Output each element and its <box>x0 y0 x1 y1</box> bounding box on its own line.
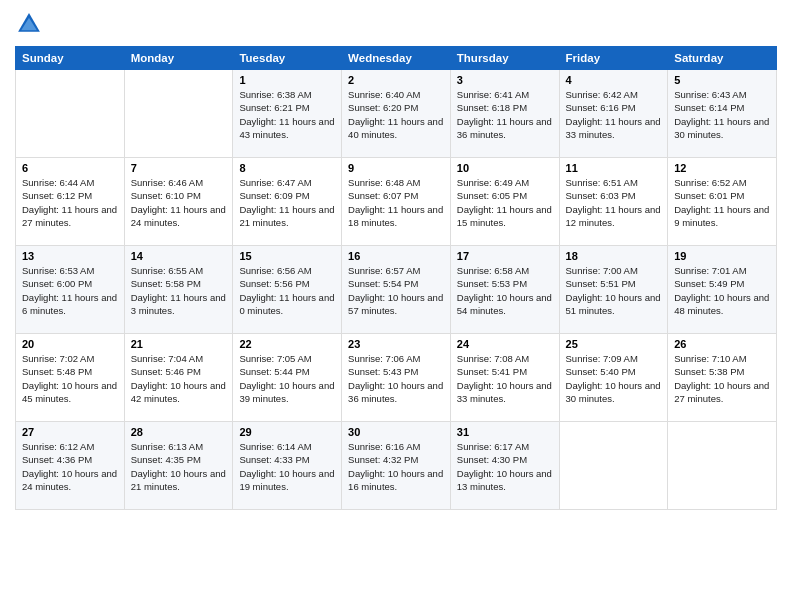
cell-2-2: 7Sunrise: 6:46 AM Sunset: 6:10 PM Daylig… <box>124 158 233 246</box>
week-row-1: 1Sunrise: 6:38 AM Sunset: 6:21 PM Daylig… <box>16 70 777 158</box>
day-info: Sunrise: 6:47 AM Sunset: 6:09 PM Dayligh… <box>239 176 335 229</box>
day-number: 12 <box>674 162 770 174</box>
cell-4-4: 23Sunrise: 7:06 AM Sunset: 5:43 PM Dayli… <box>342 334 451 422</box>
day-info: Sunrise: 6:53 AM Sunset: 6:00 PM Dayligh… <box>22 264 118 317</box>
day-number: 10 <box>457 162 553 174</box>
calendar-table: SundayMondayTuesdayWednesdayThursdayFrid… <box>15 46 777 510</box>
cell-1-7: 5Sunrise: 6:43 AM Sunset: 6:14 PM Daylig… <box>668 70 777 158</box>
cell-5-4: 30Sunrise: 6:16 AM Sunset: 4:32 PM Dayli… <box>342 422 451 510</box>
day-info: Sunrise: 7:08 AM Sunset: 5:41 PM Dayligh… <box>457 352 553 405</box>
day-number: 3 <box>457 74 553 86</box>
day-number: 13 <box>22 250 118 262</box>
day-number: 11 <box>566 162 662 174</box>
day-info: Sunrise: 6:52 AM Sunset: 6:01 PM Dayligh… <box>674 176 770 229</box>
day-number: 23 <box>348 338 444 350</box>
day-number: 20 <box>22 338 118 350</box>
day-number: 27 <box>22 426 118 438</box>
day-info: Sunrise: 6:13 AM Sunset: 4:35 PM Dayligh… <box>131 440 227 493</box>
day-info: Sunrise: 7:05 AM Sunset: 5:44 PM Dayligh… <box>239 352 335 405</box>
week-row-5: 27Sunrise: 6:12 AM Sunset: 4:36 PM Dayli… <box>16 422 777 510</box>
day-info: Sunrise: 6:43 AM Sunset: 6:14 PM Dayligh… <box>674 88 770 141</box>
day-info: Sunrise: 6:55 AM Sunset: 5:58 PM Dayligh… <box>131 264 227 317</box>
cell-5-6 <box>559 422 668 510</box>
day-number: 19 <box>674 250 770 262</box>
day-number: 14 <box>131 250 227 262</box>
col-header-saturday: Saturday <box>668 47 777 70</box>
day-number: 4 <box>566 74 662 86</box>
week-row-3: 13Sunrise: 6:53 AM Sunset: 6:00 PM Dayli… <box>16 246 777 334</box>
day-info: Sunrise: 6:57 AM Sunset: 5:54 PM Dayligh… <box>348 264 444 317</box>
day-info: Sunrise: 6:14 AM Sunset: 4:33 PM Dayligh… <box>239 440 335 493</box>
cell-2-6: 11Sunrise: 6:51 AM Sunset: 6:03 PM Dayli… <box>559 158 668 246</box>
col-header-sunday: Sunday <box>16 47 125 70</box>
day-info: Sunrise: 6:56 AM Sunset: 5:56 PM Dayligh… <box>239 264 335 317</box>
day-info: Sunrise: 6:17 AM Sunset: 4:30 PM Dayligh… <box>457 440 553 493</box>
cell-4-1: 20Sunrise: 7:02 AM Sunset: 5:48 PM Dayli… <box>16 334 125 422</box>
day-number: 18 <box>566 250 662 262</box>
col-header-tuesday: Tuesday <box>233 47 342 70</box>
page: SundayMondayTuesdayWednesdayThursdayFrid… <box>0 0 792 612</box>
cell-1-2 <box>124 70 233 158</box>
col-header-friday: Friday <box>559 47 668 70</box>
col-header-monday: Monday <box>124 47 233 70</box>
cell-3-7: 19Sunrise: 7:01 AM Sunset: 5:49 PM Dayli… <box>668 246 777 334</box>
cell-2-4: 9Sunrise: 6:48 AM Sunset: 6:07 PM Daylig… <box>342 158 451 246</box>
cell-3-4: 16Sunrise: 6:57 AM Sunset: 5:54 PM Dayli… <box>342 246 451 334</box>
day-info: Sunrise: 6:46 AM Sunset: 6:10 PM Dayligh… <box>131 176 227 229</box>
cell-5-3: 29Sunrise: 6:14 AM Sunset: 4:33 PM Dayli… <box>233 422 342 510</box>
day-number: 30 <box>348 426 444 438</box>
day-info: Sunrise: 7:04 AM Sunset: 5:46 PM Dayligh… <box>131 352 227 405</box>
cell-2-7: 12Sunrise: 6:52 AM Sunset: 6:01 PM Dayli… <box>668 158 777 246</box>
day-info: Sunrise: 6:41 AM Sunset: 6:18 PM Dayligh… <box>457 88 553 141</box>
day-info: Sunrise: 7:09 AM Sunset: 5:40 PM Dayligh… <box>566 352 662 405</box>
day-number: 6 <box>22 162 118 174</box>
cell-3-3: 15Sunrise: 6:56 AM Sunset: 5:56 PM Dayli… <box>233 246 342 334</box>
day-info: Sunrise: 7:06 AM Sunset: 5:43 PM Dayligh… <box>348 352 444 405</box>
day-number: 21 <box>131 338 227 350</box>
cell-1-6: 4Sunrise: 6:42 AM Sunset: 6:16 PM Daylig… <box>559 70 668 158</box>
cell-5-1: 27Sunrise: 6:12 AM Sunset: 4:36 PM Dayli… <box>16 422 125 510</box>
day-number: 25 <box>566 338 662 350</box>
day-info: Sunrise: 6:16 AM Sunset: 4:32 PM Dayligh… <box>348 440 444 493</box>
cell-2-3: 8Sunrise: 6:47 AM Sunset: 6:09 PM Daylig… <box>233 158 342 246</box>
week-row-2: 6Sunrise: 6:44 AM Sunset: 6:12 PM Daylig… <box>16 158 777 246</box>
cell-5-7 <box>668 422 777 510</box>
cell-1-1 <box>16 70 125 158</box>
day-number: 26 <box>674 338 770 350</box>
cell-3-5: 17Sunrise: 6:58 AM Sunset: 5:53 PM Dayli… <box>450 246 559 334</box>
logo <box>15 10 47 38</box>
day-number: 16 <box>348 250 444 262</box>
cell-1-3: 1Sunrise: 6:38 AM Sunset: 6:21 PM Daylig… <box>233 70 342 158</box>
cell-3-1: 13Sunrise: 6:53 AM Sunset: 6:00 PM Dayli… <box>16 246 125 334</box>
day-number: 22 <box>239 338 335 350</box>
day-info: Sunrise: 6:58 AM Sunset: 5:53 PM Dayligh… <box>457 264 553 317</box>
day-info: Sunrise: 6:38 AM Sunset: 6:21 PM Dayligh… <box>239 88 335 141</box>
day-number: 2 <box>348 74 444 86</box>
cell-1-5: 3Sunrise: 6:41 AM Sunset: 6:18 PM Daylig… <box>450 70 559 158</box>
cell-5-2: 28Sunrise: 6:13 AM Sunset: 4:35 PM Dayli… <box>124 422 233 510</box>
cell-3-6: 18Sunrise: 7:00 AM Sunset: 5:51 PM Dayli… <box>559 246 668 334</box>
day-info: Sunrise: 7:10 AM Sunset: 5:38 PM Dayligh… <box>674 352 770 405</box>
day-info: Sunrise: 7:01 AM Sunset: 5:49 PM Dayligh… <box>674 264 770 317</box>
day-number: 9 <box>348 162 444 174</box>
cell-4-5: 24Sunrise: 7:08 AM Sunset: 5:41 PM Dayli… <box>450 334 559 422</box>
cell-4-7: 26Sunrise: 7:10 AM Sunset: 5:38 PM Dayli… <box>668 334 777 422</box>
day-number: 28 <box>131 426 227 438</box>
day-number: 8 <box>239 162 335 174</box>
day-info: Sunrise: 7:00 AM Sunset: 5:51 PM Dayligh… <box>566 264 662 317</box>
day-number: 15 <box>239 250 335 262</box>
cell-1-4: 2Sunrise: 6:40 AM Sunset: 6:20 PM Daylig… <box>342 70 451 158</box>
day-info: Sunrise: 6:12 AM Sunset: 4:36 PM Dayligh… <box>22 440 118 493</box>
header <box>15 10 777 38</box>
col-header-thursday: Thursday <box>450 47 559 70</box>
day-info: Sunrise: 6:42 AM Sunset: 6:16 PM Dayligh… <box>566 88 662 141</box>
day-number: 29 <box>239 426 335 438</box>
cell-4-6: 25Sunrise: 7:09 AM Sunset: 5:40 PM Dayli… <box>559 334 668 422</box>
cell-3-2: 14Sunrise: 6:55 AM Sunset: 5:58 PM Dayli… <box>124 246 233 334</box>
day-info: Sunrise: 6:49 AM Sunset: 6:05 PM Dayligh… <box>457 176 553 229</box>
day-info: Sunrise: 7:02 AM Sunset: 5:48 PM Dayligh… <box>22 352 118 405</box>
header-row: SundayMondayTuesdayWednesdayThursdayFrid… <box>16 47 777 70</box>
cell-5-5: 31Sunrise: 6:17 AM Sunset: 4:30 PM Dayli… <box>450 422 559 510</box>
day-number: 17 <box>457 250 553 262</box>
day-number: 31 <box>457 426 553 438</box>
